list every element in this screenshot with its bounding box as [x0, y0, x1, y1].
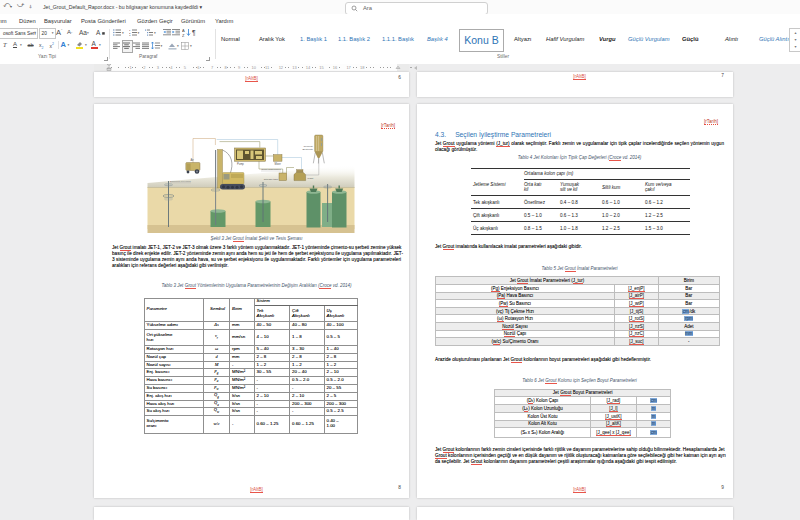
svg-text:Pump: Pump [237, 162, 244, 166]
svg-text:Air: Air [190, 158, 193, 162]
svg-text:3: 3 [129, 34, 131, 36]
svg-text:Grout suspension: Grout suspension [261, 168, 281, 171]
svg-text:Mixer: Mixer [275, 162, 281, 166]
svg-text:Backflow recycling: Backflow recycling [170, 180, 191, 183]
svg-text:Z: Z [182, 33, 185, 37]
svg-text:Storage tank: Storage tank [264, 178, 279, 181]
svg-text:Bentonite: Bentonite [302, 148, 313, 151]
svg-text:Plant: Plant [308, 177, 314, 180]
